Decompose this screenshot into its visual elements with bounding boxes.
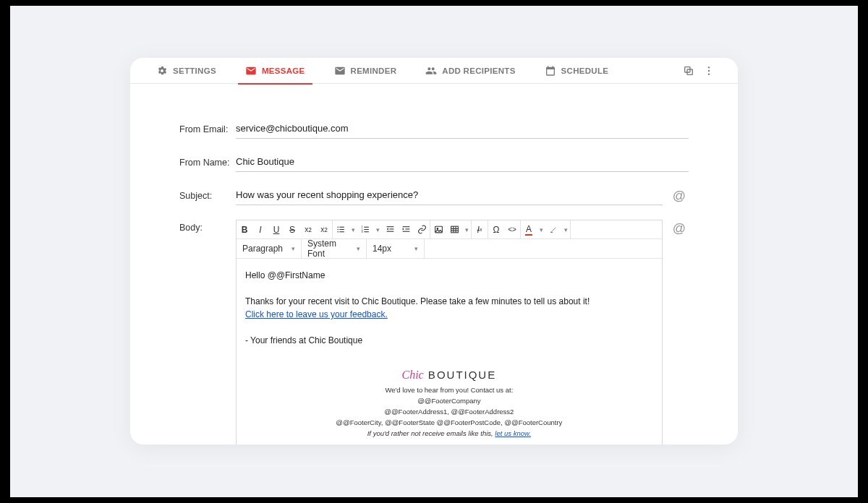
rich-text-editor: B I U S x2 x2 ▾ 123 ▾ — [236, 220, 663, 444]
svg-rect-17 — [386, 226, 393, 227]
calendar-icon — [545, 65, 556, 77]
subject-input[interactable] — [236, 186, 663, 205]
indent-button[interactable] — [398, 220, 414, 239]
bold-button[interactable]: B — [237, 220, 252, 239]
svg-rect-18 — [389, 228, 393, 229]
tab-settings[interactable]: SETTINGS — [150, 58, 222, 84]
app-window: SETTINGS MESSAGE REMINDER ADD RECIPIENTS… — [130, 58, 738, 444]
highlight-menu[interactable]: ▾ — [561, 220, 570, 239]
tab-label: REMINDER — [351, 66, 397, 75]
insert-body-token-button[interactable]: @ — [670, 221, 689, 236]
table-button[interactable] — [446, 220, 462, 239]
text-color-menu[interactable]: ▾ — [537, 220, 545, 239]
from-name-input[interactable] — [236, 153, 689, 172]
svg-rect-16 — [364, 231, 369, 232]
from-email-label: From Email: — [179, 120, 236, 134]
tab-label: SCHEDULE — [561, 66, 609, 75]
svg-point-7 — [337, 229, 339, 231]
svg-point-4 — [708, 73, 710, 74]
svg-point-24 — [437, 228, 438, 230]
numbered-list-menu[interactable]: ▾ — [373, 220, 382, 239]
bullet-list-menu[interactable]: ▾ — [349, 220, 357, 239]
from-email-input[interactable] — [236, 120, 689, 139]
body-signoff: - Your friends at Chic Boutique — [245, 334, 653, 347]
svg-point-9 — [337, 231, 339, 233]
editor-body[interactable]: Hello @@FirstName Thanks for your recent… — [237, 259, 662, 444]
form-panel: From Email: From Name: Subject: @ Body: … — [159, 106, 709, 444]
italic-button[interactable]: I — [252, 220, 268, 239]
outdent-button[interactable] — [382, 220, 398, 239]
svg-rect-20 — [402, 226, 409, 227]
svg-rect-8 — [339, 229, 344, 230]
bullet-list-button[interactable] — [333, 220, 349, 239]
tab-bar: SETTINGS MESSAGE REMINDER ADD RECIPIENTS… — [130, 58, 738, 84]
svg-rect-19 — [386, 231, 393, 232]
tab-message[interactable]: MESSAGE — [239, 58, 311, 84]
numbered-list-button[interactable]: 123 — [357, 220, 373, 239]
superscript-button[interactable]: x2 — [300, 220, 316, 239]
subscript-button[interactable]: x2 — [316, 220, 332, 239]
insert-token-button[interactable]: @ — [670, 189, 689, 204]
footer-brand: Chic BOUTIQUE — [245, 366, 653, 384]
body-line: Thanks for your recent visit to Chic Bou… — [245, 295, 653, 308]
footer-unsub: If you'd rather not receive emails like … — [245, 428, 653, 439]
svg-rect-6 — [339, 227, 344, 228]
unsubscribe-link[interactable]: let us know. — [495, 429, 531, 437]
svg-rect-21 — [405, 228, 409, 229]
mail-icon — [245, 65, 257, 77]
underline-button[interactable]: U — [268, 220, 284, 239]
link-button[interactable] — [414, 220, 430, 239]
svg-text:3: 3 — [361, 231, 362, 233]
footer-city: @@FooterCity, @@FooterState @@FooterPost… — [245, 417, 653, 428]
table-menu[interactable]: ▾ — [462, 220, 471, 239]
email-footer: Chic BOUTIQUE We'd love to hear from you… — [245, 366, 653, 439]
body-label: Body: — [179, 220, 236, 233]
svg-rect-12 — [364, 227, 369, 228]
footer-contact: We'd love to hear from you! Contact us a… — [245, 384, 653, 395]
text-color-button[interactable]: A — [521, 220, 537, 239]
strikethrough-button[interactable]: S — [284, 220, 300, 239]
footer-address: @@FooterAddress1, @@FooterAddress2 — [245, 406, 653, 417]
body-greeting: Hello @@FirstName — [245, 269, 653, 282]
tab-label: ADD RECIPIENTS — [442, 66, 515, 75]
tab-label: MESSAGE — [262, 66, 305, 75]
svg-rect-10 — [339, 231, 344, 232]
gear-icon — [156, 65, 168, 77]
mail-icon — [334, 65, 346, 77]
from-name-label: From Name: — [179, 153, 236, 168]
code-button[interactable]: <> — [504, 220, 520, 239]
paragraph-select[interactable]: Paragraph▾ — [237, 239, 302, 258]
font-size-select[interactable]: 14px▾ — [367, 239, 425, 258]
people-icon — [425, 65, 437, 77]
clear-formatting-button[interactable]: Ix — [472, 220, 488, 239]
tab-schedule[interactable]: SCHEDULE — [539, 58, 615, 84]
subject-label: Subject: — [179, 186, 236, 201]
highlight-button[interactable] — [545, 220, 561, 239]
tab-add-recipients[interactable]: ADD RECIPIENTS — [420, 58, 521, 84]
copy-button[interactable] — [680, 62, 697, 79]
editor-toolbar: B I U S x2 x2 ▾ 123 ▾ — [237, 220, 662, 239]
font-select[interactable]: System Font▾ — [302, 239, 367, 258]
svg-rect-25 — [451, 226, 458, 233]
feedback-link[interactable]: Click here to leave us your feedback. — [245, 309, 388, 319]
svg-point-2 — [708, 66, 710, 68]
special-char-button[interactable]: Ω — [488, 220, 504, 239]
tab-label: SETTINGS — [173, 66, 216, 75]
tab-reminder[interactable]: REMINDER — [328, 58, 403, 84]
svg-point-3 — [708, 69, 710, 71]
svg-rect-22 — [402, 231, 409, 232]
image-button[interactable] — [430, 220, 446, 239]
more-menu-button[interactable] — [700, 62, 718, 79]
svg-point-5 — [337, 226, 339, 228]
footer-company: @@FooterCompany — [245, 395, 653, 406]
svg-rect-14 — [364, 229, 369, 230]
